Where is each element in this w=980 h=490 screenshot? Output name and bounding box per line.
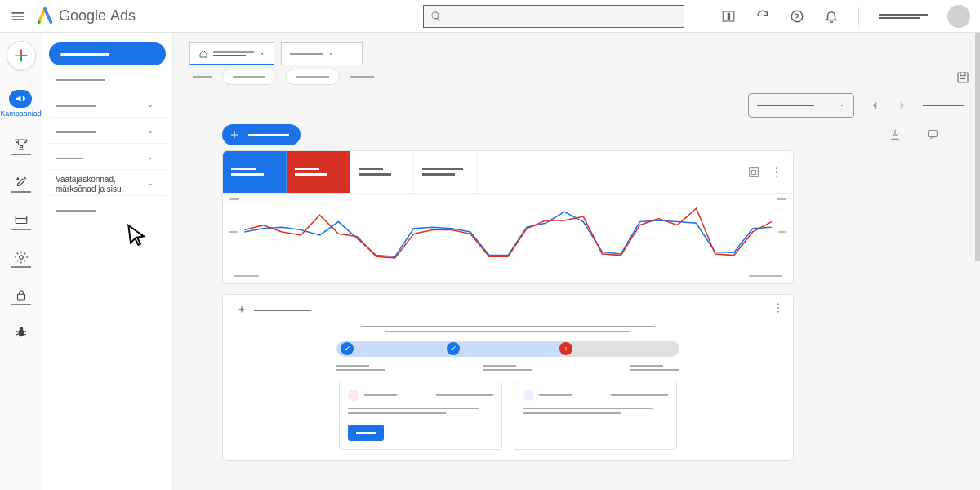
feedback-icon[interactable] xyxy=(926,128,939,141)
nav-item-audiences[interactable]: Vaatajaskonnad, märksõnad ja sisu xyxy=(49,173,166,196)
axis-labels xyxy=(223,275,793,283)
recommendation-cards xyxy=(318,381,698,450)
more-icon[interactable] xyxy=(772,301,785,314)
google-ads-icon xyxy=(36,7,54,25)
plus-icon xyxy=(229,129,240,140)
bug-icon xyxy=(14,325,29,340)
notifications-icon[interactable] xyxy=(824,9,839,24)
svg-rect-9 xyxy=(958,73,968,82)
refresh-icon[interactable] xyxy=(755,9,770,24)
new-button[interactable] xyxy=(222,124,301,145)
svg-rect-6 xyxy=(17,294,24,300)
svg-point-0 xyxy=(38,20,41,24)
avatar[interactable] xyxy=(947,5,970,28)
rail-billing[interactable] xyxy=(11,212,31,230)
search-bar[interactable] xyxy=(423,5,684,28)
apply-button[interactable] xyxy=(348,425,384,441)
search-icon xyxy=(430,11,442,22)
metric-tab-4[interactable] xyxy=(414,151,478,193)
caret-down-icon xyxy=(259,51,265,57)
nav-item-4[interactable] xyxy=(49,147,166,170)
expand-icon[interactable] xyxy=(747,166,760,179)
chart-options xyxy=(737,151,793,193)
sparkle-icon xyxy=(236,305,247,316)
nav-item-2[interactable] xyxy=(49,95,166,118)
date-range-selector[interactable] xyxy=(748,93,854,118)
breadcrumb xyxy=(189,42,964,65)
svg-point-12 xyxy=(776,167,777,169)
product-logo: Google Ads xyxy=(36,7,136,25)
chevron-down-icon xyxy=(146,128,154,136)
caret-down-icon xyxy=(839,102,845,109)
chevron-down-icon xyxy=(146,154,154,163)
rec-sub-card-1[interactable] xyxy=(339,381,502,450)
svg-rect-4 xyxy=(16,216,27,224)
search-input[interactable] xyxy=(448,11,677,22)
progress-labels xyxy=(336,365,679,371)
rail-bug[interactable] xyxy=(14,325,29,340)
svg-point-8 xyxy=(19,327,23,331)
view-link[interactable] xyxy=(923,105,964,106)
rail-goals[interactable] xyxy=(11,137,31,155)
line-chart xyxy=(234,202,782,269)
nav-item-1[interactable] xyxy=(49,69,166,91)
svg-rect-2 xyxy=(728,13,729,20)
chevron-down-icon xyxy=(146,102,154,110)
account-info[interactable] xyxy=(879,14,928,19)
svg-rect-11 xyxy=(750,167,759,176)
gear-icon xyxy=(14,250,29,265)
step-warn-icon xyxy=(559,342,572,355)
rail-label: Kampaaniad xyxy=(0,109,42,118)
reports-icon[interactable] xyxy=(721,9,736,24)
create-button[interactable] xyxy=(7,41,36,70)
main-content xyxy=(173,33,980,490)
nav-item-3[interactable] xyxy=(49,121,166,144)
filter-chip[interactable] xyxy=(222,69,276,85)
nav-overview[interactable] xyxy=(49,42,166,65)
home-icon xyxy=(198,49,208,59)
metric-tabs xyxy=(223,151,793,194)
metric-tab-2[interactable] xyxy=(287,151,350,193)
scrollbar[interactable] xyxy=(975,33,980,261)
info-dot-icon xyxy=(523,390,534,401)
product-name: Google Ads xyxy=(59,7,136,24)
chevron-right-icon[interactable] xyxy=(895,98,910,113)
rail-campaigns[interactable]: Kampaaniad xyxy=(0,90,42,118)
account-selector[interactable] xyxy=(189,42,274,65)
svg-point-13 xyxy=(776,172,777,173)
campaign-selector[interactable] xyxy=(281,42,363,65)
recommendation-card xyxy=(222,294,794,461)
svg-point-16 xyxy=(777,307,779,309)
lock-icon xyxy=(14,287,29,302)
rail-security[interactable] xyxy=(11,287,31,305)
date-controls xyxy=(189,93,964,118)
chevron-down-icon xyxy=(146,180,154,189)
step-done-icon xyxy=(447,342,460,355)
megaphone-icon xyxy=(15,93,26,105)
more-icon[interactable] xyxy=(770,166,783,179)
hamburger-icon[interactable] xyxy=(10,8,26,24)
chart-body xyxy=(223,194,793,275)
svg-point-14 xyxy=(776,175,777,176)
svg-point-17 xyxy=(777,311,779,313)
metric-tab-3[interactable] xyxy=(350,151,414,193)
plus-icon xyxy=(12,47,30,65)
rail-admin[interactable] xyxy=(11,250,31,268)
side-nav: Vaatajaskonnad, märksõnad ja sisu xyxy=(42,33,173,490)
svg-point-5 xyxy=(19,256,23,260)
warning-dot-icon xyxy=(348,390,359,401)
card-icon xyxy=(14,212,29,227)
chevron-left-icon[interactable] xyxy=(867,98,882,113)
filter-chips xyxy=(189,69,964,85)
rail-tools[interactable] xyxy=(11,175,31,193)
metric-tab-1[interactable] xyxy=(223,151,287,193)
left-rail: Kampaaniad xyxy=(0,33,42,490)
nav-item-6[interactable] xyxy=(49,199,166,222)
download-icon[interactable] xyxy=(889,128,902,141)
filter-chip[interactable] xyxy=(286,69,340,85)
header-actions xyxy=(721,5,970,28)
help-icon[interactable] xyxy=(790,9,804,24)
save-icon[interactable] xyxy=(956,70,970,85)
svg-rect-10 xyxy=(929,131,938,137)
rec-sub-card-2[interactable] xyxy=(514,381,677,450)
